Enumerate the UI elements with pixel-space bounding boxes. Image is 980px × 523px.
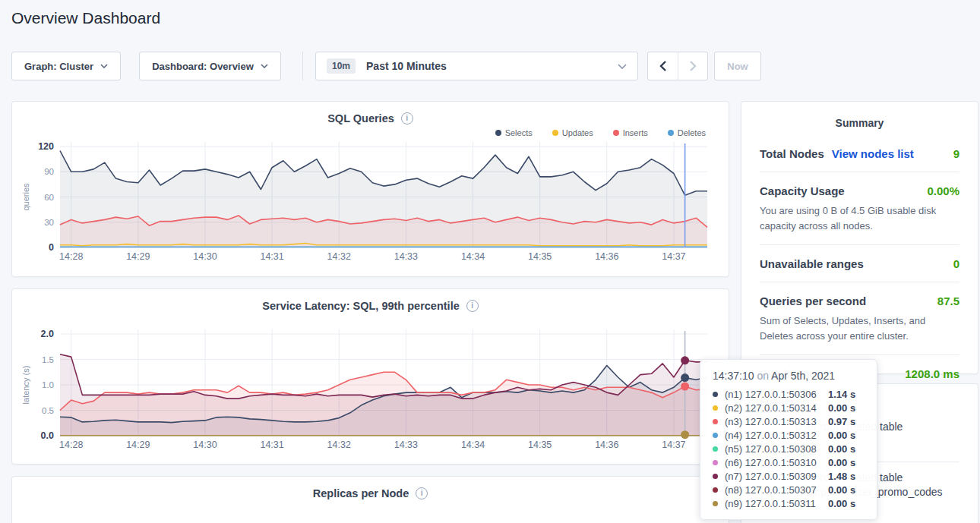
time-range-pager xyxy=(647,52,708,80)
tooltip-node-row: (n3) 127.0.0.1:503130.97 s xyxy=(713,414,868,428)
svg-text:14:32: 14:32 xyxy=(327,251,351,262)
svg-text:14:30: 14:30 xyxy=(193,440,217,450)
tooltip-node-row: (n7) 127.0.0.1:503091.48 s xyxy=(713,469,868,483)
summary-card: Summary Total NodesView nodes list9Capac… xyxy=(741,101,978,374)
now-button[interactable]: Now xyxy=(714,52,761,80)
prev-range-button[interactable] xyxy=(648,52,678,80)
summary-title: Summary xyxy=(741,117,978,129)
time-range-dropdown[interactable]: 10m Past 10 Minutes xyxy=(315,52,638,80)
replicas-title-row: Replicas per Node i xyxy=(12,487,729,499)
chevron-down-icon xyxy=(100,64,108,68)
summary-row-description: You are using 0 B of 4.5 GiB usable disk… xyxy=(760,203,959,233)
tooltip-node-row: (n9) 127.0.0.1:503110.00 s xyxy=(713,496,868,510)
time-range-label: Past 10 Minutes xyxy=(366,60,447,72)
dashboard-dropdown-label: Dashboard: Overview xyxy=(152,61,254,72)
legend-label: Inserts xyxy=(623,128,648,137)
chart-hover-tooltip: 14:37:10 on Apr 5th, 2021 (n1) 127.0.0.1… xyxy=(700,359,877,520)
info-icon[interactable]: i xyxy=(466,300,479,312)
summary-row-head: Queries per second87.5 xyxy=(760,295,959,307)
node-color-dot xyxy=(713,460,718,465)
tooltip-node-row: (n2) 127.0.0.1:503140.00 s xyxy=(713,401,868,414)
svg-text:90: 90 xyxy=(44,167,54,176)
legend-item-selects[interactable]: Selects xyxy=(495,128,533,137)
legend-item-inserts[interactable]: Inserts xyxy=(613,128,648,137)
node-latency-value: 0.00 s xyxy=(828,498,855,509)
sql-queries-card: SQL Queries i SelectsUpdatesInsertsDelet… xyxy=(11,101,729,277)
summary-row-head: Unavailable ranges0 xyxy=(760,257,959,270)
svg-text:14:37: 14:37 xyxy=(662,251,685,262)
node-color-dot xyxy=(713,474,718,479)
svg-text:14:34: 14:34 xyxy=(461,251,485,262)
legend-item-deletes[interactable]: Deletes xyxy=(668,128,706,137)
summary-row-value: 1208.0 ms xyxy=(905,367,959,380)
legend-label: Updates xyxy=(562,128,593,137)
sql-queries-legend: SelectsUpdatesInsertsDeletes xyxy=(12,128,706,137)
summary-row-head: Capacity Usage0.00% xyxy=(760,184,959,197)
node-address: (n4) 127.0.0.1:50312 xyxy=(725,430,824,441)
svg-text:14:31: 14:31 xyxy=(260,251,283,262)
svg-text:60: 60 xyxy=(44,193,54,202)
node-latency-value: 0.97 s xyxy=(828,416,855,427)
tooltip-node-rows: (n1) 127.0.0.1:503061.14 s(n2) 127.0.0.1… xyxy=(713,387,868,510)
svg-text:14:32: 14:32 xyxy=(327,440,351,450)
tooltip-timestamp: 14:37:10 on Apr 5th, 2021 xyxy=(713,370,868,382)
service-latency-title-row: Service Latency: SQL, 99th percentile i xyxy=(12,300,729,312)
node-color-dot xyxy=(713,501,718,506)
node-address: (n3) 127.0.0.1:50313 xyxy=(725,416,824,427)
legend-dot xyxy=(668,130,674,136)
svg-text:14:36: 14:36 xyxy=(595,251,618,262)
summary-row-value: 0 xyxy=(953,257,959,270)
summary-row: Capacity Usage0.00%You are using 0 B of … xyxy=(760,172,959,245)
node-address: (n7) 127.0.0.1:50309 xyxy=(725,471,824,482)
node-address: (n5) 127.0.0.1:50308 xyxy=(725,443,824,455)
node-address: (n1) 127.0.0.1:50306 xyxy=(725,389,824,400)
summary-row-description: Sum of Selects, Updates, Inserts, and De… xyxy=(760,313,959,343)
summary-rows: Total NodesView nodes list9Capacity Usag… xyxy=(741,135,978,392)
summary-row-value: 87.5 xyxy=(937,295,959,307)
svg-text:14:36: 14:36 xyxy=(595,440,618,450)
node-address: (n8) 127.0.0.1:50307 xyxy=(725,484,824,496)
time-range-badge: 10m xyxy=(327,58,356,74)
node-color-dot xyxy=(713,446,718,452)
sql-queries-title: SQL Queries xyxy=(327,112,394,124)
summary-row-value: 0.00% xyxy=(927,184,959,197)
page-title: Overview Dashboard xyxy=(11,9,160,27)
info-icon[interactable]: i xyxy=(416,487,428,499)
info-icon[interactable]: i xyxy=(401,112,413,124)
svg-text:120: 120 xyxy=(38,141,54,152)
replicas-title: Replicas per Node xyxy=(313,487,409,499)
graph-dropdown-label: Graph: Cluster xyxy=(24,61,93,72)
graph-dropdown[interactable]: Graph: Cluster xyxy=(11,52,121,80)
svg-text:latency (s): latency (s) xyxy=(21,366,30,405)
svg-text:14:34: 14:34 xyxy=(461,440,485,450)
svg-text:0.0: 0.0 xyxy=(41,430,54,441)
summary-row-label: Capacity Usage xyxy=(760,184,845,197)
legend-item-updates[interactable]: Updates xyxy=(552,128,593,137)
next-range-button[interactable] xyxy=(678,52,707,80)
view-nodes-list-link[interactable]: View nodes list xyxy=(832,147,914,160)
svg-text:14:29: 14:29 xyxy=(126,251,150,262)
node-latency-value: 1.14 s xyxy=(828,389,855,400)
summary-row: Total NodesView nodes list9 xyxy=(760,135,959,172)
node-latency-value: 0.00 s xyxy=(828,484,855,496)
node-latency-value: 0.00 s xyxy=(828,402,855,414)
service-latency-chart[interactable]: 14:2814:2914:3014:3114:3214:3314:3414:35… xyxy=(12,314,729,454)
legend-dot xyxy=(613,130,619,136)
tooltip-node-row: (n5) 127.0.0.1:503080.00 s xyxy=(713,442,868,455)
controls-bar: Graph: Cluster Dashboard: Overview 10m P… xyxy=(11,52,761,80)
node-address: (n6) 127.0.0.1:50310 xyxy=(725,457,824,468)
node-color-dot xyxy=(713,433,718,438)
node-latency-value: 0.00 s xyxy=(828,430,855,441)
sql-queries-chart[interactable]: 14:2814:2914:3014:3114:3214:3314:3414:35… xyxy=(12,140,729,265)
svg-text:2.0: 2.0 xyxy=(41,329,54,339)
chevron-down-icon xyxy=(261,64,268,68)
svg-text:queries: queries xyxy=(21,183,30,211)
legend-label: Deletes xyxy=(678,128,706,137)
summary-row-label: Unavailable ranges xyxy=(760,257,864,270)
dashboard-dropdown[interactable]: Dashboard: Overview xyxy=(139,52,281,80)
node-address: (n9) 127.0.0.1:50311 xyxy=(725,498,824,509)
summary-row-label: Queries per second xyxy=(760,295,866,307)
summary-row-head: Total NodesView nodes list9 xyxy=(760,147,959,160)
node-color-dot xyxy=(713,392,718,397)
node-latency-value: 0.00 s xyxy=(828,457,855,468)
